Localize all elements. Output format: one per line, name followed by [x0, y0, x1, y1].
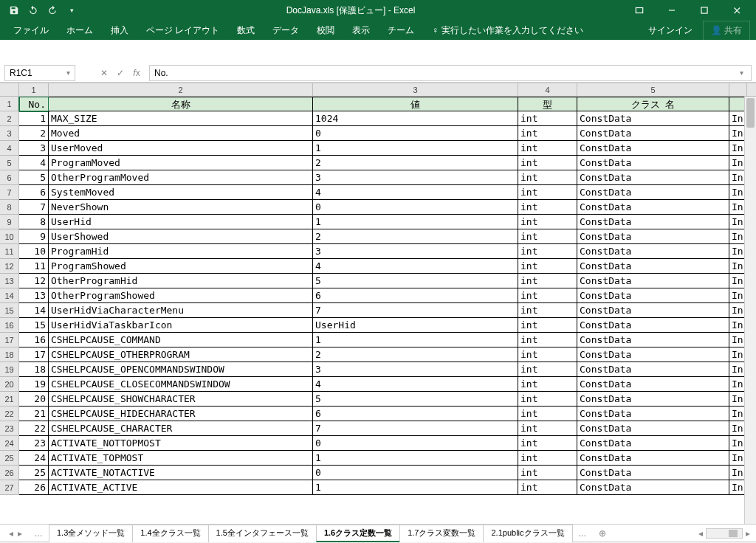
row-header[interactable]: 26	[0, 466, 19, 480]
tab-nav-prev-icon[interactable]: ◂	[7, 527, 15, 540]
cell[interactable]: int	[518, 451, 577, 466]
col-header[interactable]: 3	[313, 83, 518, 96]
table-header-cell[interactable]: 型	[518, 97, 577, 111]
cell[interactable]: CSHELPCAUSE_COMMAND	[49, 333, 313, 347]
tab-data[interactable]: データ	[265, 21, 306, 40]
row-header[interactable]: 15	[0, 303, 19, 318]
cell[interactable]: ConstData	[577, 170, 729, 185]
cell[interactable]: 4	[313, 185, 518, 200]
cell[interactable]: ConstData	[577, 200, 729, 215]
cell[interactable]: 6	[313, 407, 518, 421]
cell[interactable]: 7	[313, 303, 518, 318]
redo-icon[interactable]	[46, 4, 59, 17]
cell[interactable]: 20	[19, 392, 49, 407]
cell[interactable]: 6	[313, 288, 518, 303]
tab-review[interactable]: 校閲	[309, 21, 342, 40]
tab-file[interactable]: ファイル	[6, 21, 56, 40]
cell[interactable]: int	[518, 156, 577, 170]
scrollbar-thumb[interactable]	[746, 98, 755, 128]
cell[interactable]: int	[518, 436, 577, 451]
cell[interactable]: ACTIVATE_NOTACTIVE	[49, 466, 313, 480]
cell[interactable]: 16	[19, 333, 49, 347]
cell[interactable]: ConstData	[577, 362, 729, 377]
cell[interactable]: int	[518, 274, 577, 288]
cell[interactable]: 2	[313, 156, 518, 170]
cell[interactable]: 6	[19, 185, 49, 200]
cell[interactable]: int	[518, 111, 577, 126]
table-header-cell[interactable]: 値	[313, 97, 518, 111]
cell[interactable]: 1	[313, 333, 518, 347]
cell[interactable]: ConstData	[577, 436, 729, 451]
cell[interactable]: 14	[19, 303, 49, 318]
cell[interactable]: 3	[19, 141, 49, 156]
table-header-cell[interactable]: クラス 名	[577, 97, 729, 111]
col-header[interactable]	[729, 83, 747, 96]
cell[interactable]: NeverShown	[49, 200, 313, 215]
row-header[interactable]: 14	[0, 288, 19, 303]
row-header[interactable]: 6	[0, 170, 19, 185]
cell[interactable]: UserHid	[49, 215, 313, 229]
cell[interactable]: int	[518, 362, 577, 377]
cell[interactable]: ConstData	[577, 229, 729, 244]
cell[interactable]: ConstData	[577, 288, 729, 303]
cell[interactable]: ConstData	[577, 259, 729, 274]
accept-formula-icon[interactable]: ✓	[112, 68, 128, 78]
horizontal-scrollbar[interactable]	[706, 528, 743, 539]
tab-formulas[interactable]: 数式	[230, 21, 262, 40]
cell[interactable]: int	[518, 126, 577, 141]
cell[interactable]: int	[518, 200, 577, 215]
cell[interactable]: CSHELPCAUSE_CHARACTER	[49, 421, 313, 436]
share-button[interactable]: 👤 共有	[703, 21, 750, 41]
cell[interactable]: 19	[19, 377, 49, 392]
cell[interactable]: UserMoved	[49, 141, 313, 156]
cell[interactable]: 2	[313, 347, 518, 362]
row-header[interactable]: 22	[0, 407, 19, 421]
cell[interactable]: int	[518, 244, 577, 259]
cell[interactable]: ConstData	[577, 421, 729, 436]
cell[interactable]: ConstData	[577, 407, 729, 421]
cell[interactable]: ConstData	[577, 480, 729, 495]
row-header[interactable]: 4	[0, 141, 19, 156]
tab-layout[interactable]: ページ レイアウト	[139, 21, 227, 40]
cell[interactable]: OtherProgramHid	[49, 274, 313, 288]
cell[interactable]: ConstData	[577, 244, 729, 259]
cell[interactable]: int	[518, 170, 577, 185]
cell[interactable]: 13	[19, 288, 49, 303]
cell[interactable]: ConstData	[577, 466, 729, 480]
cell[interactable]: 0	[313, 126, 518, 141]
cell[interactable]: 9	[19, 229, 49, 244]
cell[interactable]: ConstData	[577, 451, 729, 466]
cell[interactable]: ACTIVATE_NOTTOPMOST	[49, 436, 313, 451]
cell[interactable]: ConstData	[577, 126, 729, 141]
cell[interactable]: 4	[313, 259, 518, 274]
cell[interactable]: int	[518, 229, 577, 244]
cell[interactable]: 2	[19, 126, 49, 141]
expand-formula-icon[interactable]: ▾	[740, 69, 746, 77]
cell[interactable]: ProgramMoved	[49, 156, 313, 170]
cell[interactable]: int	[518, 215, 577, 229]
cell[interactable]: ConstData	[577, 392, 729, 407]
cell[interactable]: int	[518, 318, 577, 333]
cell[interactable]: 21	[19, 407, 49, 421]
sheet-tab[interactable]: 2.1publicクラス一覧	[483, 525, 572, 542]
cell[interactable]: ACTIVATE_ACTIVE	[49, 480, 313, 495]
row-header[interactable]: 18	[0, 347, 19, 362]
cell[interactable]: UserHidViaCharacterMenu	[49, 303, 313, 318]
cell[interactable]: ProgramHid	[49, 244, 313, 259]
table-header-cell[interactable]: No.	[19, 97, 49, 111]
close-icon[interactable]	[721, 0, 753, 21]
row-header[interactable]: 23	[0, 421, 19, 436]
row-header[interactable]: 8	[0, 200, 19, 215]
cell[interactable]: UserHidViaTaskbarIcon	[49, 318, 313, 333]
cell[interactable]: 4	[19, 156, 49, 170]
row-header[interactable]: 12	[0, 259, 19, 274]
cell[interactable]: ConstData	[577, 111, 729, 126]
cell[interactable]: 1024	[313, 111, 518, 126]
cell[interactable]: 17	[19, 347, 49, 362]
cell[interactable]: int	[518, 185, 577, 200]
undo-icon[interactable]	[27, 4, 40, 17]
select-all-button[interactable]	[0, 83, 19, 96]
cell[interactable]: ProgramShowed	[49, 259, 313, 274]
formula-input[interactable]: No.▾	[149, 65, 752, 81]
cell[interactable]: int	[518, 466, 577, 480]
